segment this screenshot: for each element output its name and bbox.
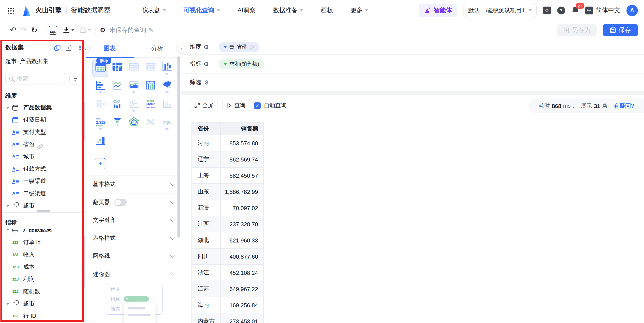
project-selector[interactable]: 默认... /验收测试项目1 — [463, 4, 537, 17]
chart-type-bar-chart-icon[interactable] — [92, 78, 108, 96]
chart-type-gauge-chart-icon[interactable] — [159, 115, 175, 133]
field-filter-button[interactable] — [69, 73, 82, 84]
chart-type-histogram-icon[interactable] — [159, 96, 175, 115]
section-basic-format[interactable]: 基本格式 — [86, 176, 181, 193]
section-pager[interactable]: 翻页器 — [86, 193, 181, 211]
chart-type-radar-chart-icon[interactable] — [126, 115, 142, 133]
measure-item[interactable]: 订单 id — [0, 236, 86, 249]
question-link[interactable]: 有疑问? — [614, 102, 634, 110]
chart-type-funnel-chart-icon[interactable] — [109, 115, 125, 133]
save-as-button[interactable]: 另存为 — [557, 24, 597, 36]
tab-analysis[interactable]: 分析 — [134, 39, 181, 57]
field-type-icon — [12, 105, 20, 111]
stats-time-prefix: 耗时 — [539, 102, 550, 110]
dimension-item[interactable]: 一级渠道 — [0, 175, 86, 187]
nav-menu-item[interactable]: 更多 — [350, 6, 368, 14]
chart-type-okr-card-icon[interactable]: OKR — [142, 59, 158, 78]
dimension-item[interactable]: 付款方式 — [0, 163, 86, 175]
chart-type-word-cloud-icon[interactable]: Word Cloud Word Cloud — [142, 96, 158, 115]
chart-type-sankey-chart-icon[interactable] — [142, 115, 158, 133]
nav-menu-item[interactable]: 仪表盘 — [142, 6, 166, 14]
measure-settings-icon[interactable] — [204, 61, 209, 67]
switch-dataset-icon[interactable] — [54, 45, 60, 50]
undo-button[interactable] — [8, 26, 18, 34]
dimension-item[interactable]: 省份 — [0, 138, 86, 151]
agent-button[interactable]: 智能体 — [418, 4, 457, 17]
dimension-pill[interactable]: 省份 — [218, 42, 259, 52]
measure-item[interactable]: 超市 — [0, 298, 86, 310]
export-dataset-icon[interactable] — [66, 45, 72, 51]
measure-item[interactable]: 收入 — [0, 249, 86, 261]
measure-pill[interactable]: 求和(销售额) — [218, 59, 264, 69]
redo-button[interactable] — [18, 26, 29, 34]
sql-view-button[interactable]: SQL — [49, 25, 58, 34]
dimension-item[interactable]: 支付类型 — [0, 126, 86, 138]
run-query-button[interactable]: 查询 — [222, 100, 250, 111]
filter-settings-icon[interactable] — [204, 79, 209, 86]
chart-type-trend-card-icon[interactable] — [126, 59, 142, 78]
chart-type-column-chart-icon[interactable] — [159, 59, 175, 78]
rename-button[interactable] — [149, 27, 154, 33]
panel-resize-handle[interactable] — [37, 210, 50, 212]
dimension-item[interactable]: 产品数据集 — [0, 101, 86, 114]
alert-button[interactable] — [79, 26, 91, 34]
collapse-panel-icon[interactable] — [177, 45, 185, 53]
field-label: 一级渠道 — [23, 177, 46, 185]
search-input[interactable] — [16, 75, 62, 82]
chart-type-line-bar-chart-icon[interactable] — [109, 96, 125, 115]
notifications-button[interactable]: 27 — [571, 6, 579, 14]
tree-caret-icon[interactable] — [6, 303, 10, 305]
chart-type-combo-chart-icon[interactable] — [142, 78, 158, 96]
panel-scrollbar[interactable] — [178, 56, 180, 238]
download-button[interactable] — [63, 26, 74, 34]
nav-menu-item[interactable]: AI洞察 — [238, 6, 256, 14]
console-button[interactable] — [543, 6, 551, 14]
chart-type-number-card-icon[interactable]: 2,312 — [92, 115, 108, 133]
tree-caret-icon[interactable] — [6, 107, 10, 109]
nav-menu-item[interactable]: 数据准备 — [273, 6, 303, 14]
tree-caret-icon[interactable] — [6, 205, 10, 207]
refresh-button[interactable] — [29, 26, 40, 34]
measure-item[interactable]: 行 ID — [0, 310, 86, 322]
mini-dimension-label: 维度 — [110, 286, 120, 292]
section-sparkline[interactable]: 迷你图 — [86, 265, 181, 283]
section-text-align[interactable]: 文字对齐 — [86, 211, 181, 229]
dimension-settings-icon[interactable] — [204, 43, 209, 50]
measures-scrollbar[interactable] — [83, 236, 85, 288]
chart-type-map-icon[interactable] — [159, 78, 175, 96]
dimension-item[interactable]: 城市 — [0, 151, 86, 163]
fullscreen-button[interactable]: 全屏 — [190, 100, 218, 111]
auto-query-checkbox[interactable] — [254, 102, 261, 109]
clipped-measure-group[interactable]: 产品数据集 — [0, 229, 83, 235]
measure-item[interactable]: 成本 — [0, 261, 86, 273]
chart-type-scatter-chart-icon[interactable] — [126, 96, 142, 115]
sparkline-preview: 维度 指标 筛选 — [106, 284, 162, 315]
nav-menu-item[interactable]: 画板 — [321, 6, 333, 14]
field-type-icon — [12, 239, 20, 246]
dimension-item[interactable]: 二级渠道 — [0, 187, 86, 200]
tab-chart[interactable]: 图表 — [86, 39, 134, 57]
measure-item[interactable]: 利润 — [0, 273, 86, 285]
section-gridlines[interactable]: 网格线 — [86, 247, 181, 265]
chart-type-line-chart-icon[interactable] — [109, 78, 125, 96]
chart-type-waterfall-chart-icon[interactable] — [92, 133, 108, 151]
pager-toggle[interactable] — [114, 199, 126, 206]
dimensions-scrollbar[interactable] — [83, 102, 85, 140]
dimension-item[interactable]: 付费日期 — [0, 114, 86, 126]
chart-type-area-chart-icon[interactable] — [126, 78, 142, 96]
collapse-sidebar-icon[interactable] — [82, 45, 90, 53]
apps-grid-icon[interactable] — [7, 7, 14, 13]
nav-menu-item[interactable]: 可视化查询 — [184, 6, 220, 14]
section-table-style[interactable]: 表格样式 — [86, 229, 181, 247]
field-search[interactable] — [5, 73, 66, 84]
language-switcher[interactable]: 中 简体中文 — [585, 6, 620, 14]
avatar[interactable]: A — [626, 4, 638, 16]
table-row: 辽宁 862,569.74 — [192, 151, 264, 168]
save-button[interactable]: 保存 — [603, 24, 638, 36]
query-settings-button[interactable] — [100, 26, 106, 34]
chart-type-pivot-table-icon[interactable] — [109, 59, 125, 78]
add-chart-button[interactable] — [95, 158, 106, 169]
chart-type-stacked-blocks-icon[interactable] — [92, 96, 108, 115]
help-button[interactable]: ? — [557, 6, 565, 14]
measure-item[interactable]: 随机数 — [0, 285, 86, 298]
